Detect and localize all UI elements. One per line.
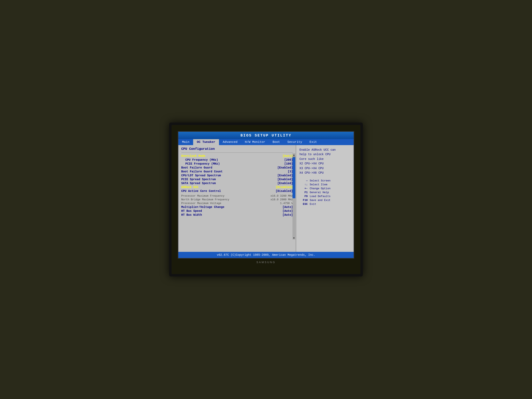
row-boot-failure-guard[interactable]: Boot Failure Guard [Enabled] (181, 166, 293, 169)
desc-change-option: Change Option (310, 187, 330, 190)
value-pcie-spread: [Enabled] (277, 178, 293, 181)
row-pcie-freq[interactable]: PCIE Frequency (MHz) [100] (181, 162, 293, 165)
config-table: Overclock Mode [Auto] CPU Frequency (MHz… (181, 154, 293, 193)
scroll-thumb (292, 157, 295, 198)
info-label-proc-voltage: Processor Maximum Voltage (181, 202, 221, 205)
divider (181, 152, 293, 153)
footer-text: v02.67C (C)Copyright 1985-2009, American… (217, 253, 315, 257)
row-sata-spread[interactable]: SATA Spread Spectrum [Enabled] (181, 182, 293, 185)
label-boot-failure-guard: Boot Failure Guard (181, 166, 212, 169)
help-line6: X4 CPU->X6 CPU (299, 171, 350, 175)
row-cpu-freq[interactable]: CPU Frequency (MHz) [200] (181, 158, 293, 162)
value-cpu-freq: [200] (284, 158, 293, 162)
info-value-nb-freq: x10.0 2000 MHz (271, 198, 293, 201)
value-cpu-ldt-spread: [Enabled] (277, 174, 293, 177)
keybind-f10: F10 Save and Exit (299, 199, 350, 202)
help-line3: Core such like (299, 157, 350, 161)
keybind-f1: F1 General Help (299, 191, 350, 194)
label-cpu-ldt-spread: CPU/LDT Spread Spectrum (181, 174, 221, 177)
row-boot-failure-count[interactable]: Boot Failure Guard Count [3] (181, 170, 293, 173)
value-cpu-active-core: [Disabled] (276, 190, 293, 193)
desc-load-defaults: Load Defaults (310, 195, 330, 198)
help-line2: help to unlock CPU (299, 152, 350, 157)
row-asrock-ucc[interactable]: ASRock UCC [Disabled] (181, 185, 293, 189)
label-ht-bus-speed: HT Bus Speed (181, 209, 202, 213)
key-f10: F10 (299, 199, 308, 202)
menu-item-advanced[interactable]: Advanced (219, 139, 241, 145)
scrollbar[interactable]: ▲ ▼ (292, 153, 295, 240)
right-panel: Enable ASRock UCC can help to unlock CPU… (296, 145, 354, 252)
scroll-down-arrow[interactable]: ▼ (292, 236, 295, 240)
key-arrows-ud: ↑↓ (299, 183, 308, 186)
help-line4: X2 CPU->X4 CPU (299, 161, 350, 166)
key-f9: F9 (299, 195, 308, 198)
row-ht-bus-width[interactable]: HT Bus Width [Auto] (181, 213, 293, 216)
keybind-esc: ESC Exit (299, 203, 350, 206)
value-ht-bus-width: [Auto] (283, 213, 293, 216)
help-line1: Enable ASRock UCC can (299, 148, 350, 152)
label-mult-voltage: Multiplier/Voltage Change (181, 205, 224, 209)
left-panel: CPU Configuration Overclock Mode [Auto] … (178, 145, 296, 252)
footer-bar: v02.67C (C)Copyright 1985-2009, American… (178, 252, 354, 258)
row-overclock-mode[interactable]: Overclock Mode [Auto] (181, 154, 293, 158)
key-f1: F1 (299, 191, 308, 194)
desc-select-item: Select Item (310, 183, 327, 186)
keybind-change-option: +- Change Option (299, 187, 350, 190)
label-pcie-freq: PCIE Frequency (MHz) (181, 162, 220, 165)
value-asrock-ucc: [Disabled] (276, 185, 293, 189)
section-title: CPU Configuration (181, 147, 293, 151)
key-esc: ESC (299, 203, 308, 206)
keybind-select-screen: ↔ Select Screen (299, 179, 350, 182)
keybind-f9: F9 Load Defaults (299, 195, 350, 198)
scroll-track (292, 198, 295, 236)
bios-title: BIOS SETUP UTILITY (241, 133, 291, 138)
bios-screen: BIOS SETUP UTILITY Main OC Tweaker Advan… (178, 131, 354, 259)
label-ht-bus-width: HT Bus Width (181, 213, 202, 216)
info-row-nb-freq: North Bridge Maximum Frequency x10.0 200… (181, 198, 293, 201)
keybind-table: ↔ Select Screen ↑↓ Select Item +- Change… (299, 179, 350, 206)
info-label-proc-freq: Processor Maximum Frequency (181, 194, 225, 197)
menu-item-exit[interactable]: Exit (306, 139, 321, 145)
menu-bar: Main OC Tweaker Advanced H/W Monitor Boo… (178, 139, 354, 145)
scroll-up-arrow[interactable]: ▲ (292, 153, 295, 156)
info-label-nb-freq: North Bridge Maximum Frequency (181, 198, 229, 201)
help-text: Enable ASRock UCC can help to unlock CPU… (299, 148, 350, 175)
row-mult-voltage[interactable]: Multiplier/Voltage Change [Auto] (181, 205, 293, 209)
label-pcie-spread: PCIE Spread Spectrum (181, 178, 216, 181)
monitor-brand: SAMSUNG (178, 261, 354, 264)
monitor: BIOS SETUP UTILITY Main OC Tweaker Advan… (169, 122, 363, 277)
label-boot-failure-count: Boot Failure Guard Count (181, 170, 223, 173)
key-arrows-lr: ↔ (299, 179, 308, 182)
title-bar: BIOS SETUP UTILITY (178, 132, 354, 139)
desc-save-exit: Save and Exit (310, 199, 330, 202)
menu-item-oc-tweaker[interactable]: OC Tweaker (193, 139, 219, 145)
desc-exit: Exit (310, 203, 316, 206)
label-cpu-active-core: CPU Active Core Control (181, 190, 221, 193)
value-sata-spread: [Enabled] (277, 182, 293, 185)
keybind-select-item: ↑↓ Select Item (299, 183, 350, 186)
row-pcie-spread[interactable]: PCIE Spread Spectrum [Enabled] (181, 178, 293, 181)
info-row-proc-voltage: Processor Maximum Voltage 1.4750 V (181, 202, 293, 205)
value-mult-voltage: [Auto] (283, 205, 293, 209)
label-sata-spread: SATA Spread Spectrum (181, 182, 216, 185)
content-area: CPU Configuration Overclock Mode [Auto] … (178, 145, 354, 252)
value-pcie-freq: [100] (284, 162, 293, 165)
value-boot-failure-guard: [Enabled] (277, 166, 293, 169)
row-ht-bus-speed[interactable]: HT Bus Speed [Auto] (181, 209, 293, 213)
menu-item-main[interactable]: Main (178, 139, 193, 145)
key-plusminus: +- (299, 187, 308, 190)
menu-item-security[interactable]: Security (284, 139, 306, 145)
info-value-proc-freq: x16.0 3200 MHz (271, 194, 293, 197)
help-line5: X3 CPU->X4 CPU (299, 166, 350, 171)
row-cpu-active-core[interactable]: CPU Active Core Control [Disabled] (181, 190, 293, 193)
info-row-proc-freq: Processor Maximum Frequency x16.0 3200 M… (181, 194, 293, 197)
menu-item-boot[interactable]: Boot (269, 139, 284, 145)
desc-select-screen: Select Screen (310, 179, 330, 182)
value-ht-bus-speed: [Auto] (283, 209, 293, 213)
value-overclock-mode: [Auto] (283, 154, 293, 158)
menu-item-hw-monitor[interactable]: H/W Monitor (241, 139, 269, 145)
label-cpu-freq: CPU Frequency (MHz) (181, 158, 218, 162)
value-boot-failure-count: [3] (288, 170, 293, 173)
info-value-proc-voltage: 1.4750 V (280, 202, 293, 205)
row-cpu-ldt-spread[interactable]: CPU/LDT Spread Spectrum [Enabled] (181, 174, 293, 177)
